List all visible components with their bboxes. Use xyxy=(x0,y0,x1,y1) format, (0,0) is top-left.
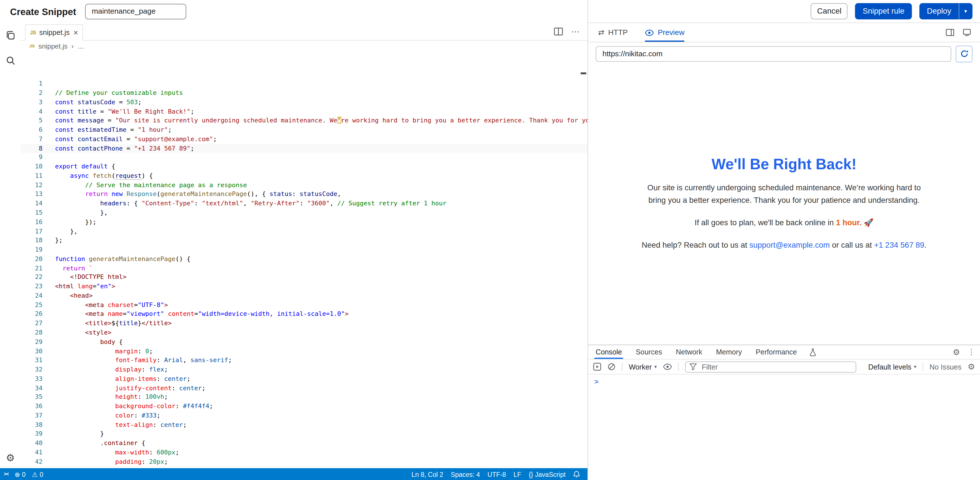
cursor-position[interactable]: Ln 8, Col 2 xyxy=(412,470,443,478)
deploy-button[interactable]: Deploy xyxy=(920,3,959,19)
code-line-4[interactable]: 4const title = "We'll Be Right Back!"; xyxy=(21,107,587,116)
search-icon[interactable] xyxy=(5,55,16,66)
code-line-3[interactable]: 3const statusCode = 503; xyxy=(21,98,587,107)
live-expression-eye-icon[interactable] xyxy=(663,363,672,370)
filter-input[interactable] xyxy=(700,363,852,371)
console-sidebar-icon[interactable] xyxy=(593,363,601,371)
code-line-20[interactable]: 20function generateMaintenancePage() { xyxy=(21,255,587,264)
code-line-33[interactable]: 33 align-items: center; xyxy=(21,374,587,383)
tab-snippet-js[interactable]: JS snippet.js × xyxy=(25,24,83,41)
refresh-button[interactable] xyxy=(956,45,972,62)
phone-link[interactable]: +1 234 567 89 xyxy=(874,241,924,250)
code-line-23[interactable]: 23<html lang="en"> xyxy=(21,282,587,291)
code-line-37[interactable]: 37 color: #333; xyxy=(21,411,587,420)
code-line-29[interactable]: 29 body { xyxy=(21,337,587,347)
devtools-tab-console[interactable]: Console xyxy=(594,345,624,359)
eol-setting[interactable]: LF xyxy=(514,470,521,478)
code-line-7[interactable]: 7const contactEmail = "support@example.c… xyxy=(21,135,587,144)
code-line-17[interactable]: 17 }, xyxy=(21,227,587,236)
notifications-bell-icon[interactable] xyxy=(573,470,580,478)
devtools-settings-gear-icon[interactable]: ⚙ xyxy=(953,348,960,356)
line-content: const estimatedTime = "1 hour"; xyxy=(42,125,172,135)
devtools-tab-memory[interactable]: Memory xyxy=(715,345,743,359)
encoding-setting[interactable]: UTF-8 xyxy=(487,470,506,478)
devtools-tab-sources[interactable]: Sources xyxy=(635,345,663,359)
code-line-22[interactable]: 22 <!DOCTYPE html> xyxy=(21,273,587,282)
console-prompt-chevron[interactable]: > xyxy=(594,378,598,385)
code-line-42[interactable]: 42 padding: 20px; xyxy=(21,457,587,466)
remote-indicator-icon[interactable]: >< xyxy=(4,471,8,477)
code-line-8[interactable]: 8const contactPhone = "+1 234 567 89"; xyxy=(21,144,587,153)
url-input[interactable] xyxy=(595,46,951,62)
clear-console-icon[interactable] xyxy=(608,363,616,371)
code-line-39[interactable]: 39 } xyxy=(21,430,587,439)
code-line-31[interactable]: 31 font-family: Arial, sans-serif; xyxy=(21,356,587,365)
code-line-38[interactable]: 38 text-align: center; xyxy=(21,420,587,429)
code-line-21[interactable]: 21 return ` xyxy=(21,264,587,273)
code-line-14[interactable]: 14 headers: { "Content-Type": "text/html… xyxy=(21,200,587,209)
log-levels-selector[interactable]: Default levels ▾ xyxy=(868,363,916,371)
code-line-24[interactable]: 24 <head> xyxy=(21,291,587,301)
side-panel-icon[interactable] xyxy=(946,29,955,36)
devtools-menu-icon[interactable]: ⋮ xyxy=(967,348,975,356)
snippet-name-input[interactable] xyxy=(85,3,186,19)
code-line-30[interactable]: 30 margin: 0; xyxy=(21,347,587,356)
files-icon[interactable] xyxy=(5,30,16,41)
warnings-indicator[interactable]: ⚠ 0 xyxy=(32,470,43,478)
code-line-34[interactable]: 34 justify-content: center; xyxy=(21,384,587,393)
settings-gear-icon[interactable]: ⚙ xyxy=(6,453,15,463)
cancel-button[interactable]: Cancel xyxy=(811,3,848,19)
line-content: body { xyxy=(42,337,123,347)
code-line-10[interactable]: 10export default { xyxy=(21,162,587,171)
line-content: // Define your customizable inputs xyxy=(42,89,183,98)
tab-http[interactable]: ⇄ HTTP xyxy=(598,23,628,42)
devtools-tab-performance[interactable]: Performance xyxy=(754,345,798,359)
code-line-9[interactable]: 9 xyxy=(21,153,587,162)
maintenance-help: Need help? Reach out to us at support@ex… xyxy=(641,239,926,252)
close-tab-icon[interactable]: × xyxy=(73,29,78,36)
code-line-35[interactable]: 35 height: 100vh; xyxy=(21,393,587,402)
code-line-12[interactable]: 12 // Serve the maintenance page as a re… xyxy=(21,181,587,190)
tab-preview[interactable]: Preview xyxy=(645,23,684,42)
code-line-18[interactable]: 18}; xyxy=(21,236,587,245)
code-line-19[interactable]: 19 xyxy=(21,246,587,255)
language-mode[interactable]: {} JavaScript xyxy=(529,470,566,478)
code-line-32[interactable]: 32 display: flex; xyxy=(21,365,587,374)
code-line-6[interactable]: 6const estimatedTime = "1 hour"; xyxy=(21,125,587,135)
code-line-40[interactable]: 40 .container { xyxy=(21,439,587,448)
deploy-options-button[interactable]: ▾ xyxy=(959,3,972,19)
more-actions-icon[interactable]: ⋯ xyxy=(571,27,580,36)
code-line-25[interactable]: 25 <meta charset="UTF-8"> xyxy=(21,301,587,310)
code-line-16[interactable]: 16 }); xyxy=(21,218,587,227)
split-editor-icon[interactable] xyxy=(554,27,563,35)
eta-highlight: 1 hour. xyxy=(836,219,861,227)
code-line-11[interactable]: 11 async fetch(request) { xyxy=(21,171,587,181)
devtools-tab-network[interactable]: Network xyxy=(675,345,703,359)
breadcrumb-file[interactable]: snippet.js xyxy=(38,42,67,49)
code-line-2[interactable]: 2// Define your customizable inputs xyxy=(21,89,587,98)
breadcrumb-symbol[interactable]: … xyxy=(77,42,84,49)
device-toolbar-icon[interactable] xyxy=(963,29,971,36)
code-line-13[interactable]: 13 return new Response(generateMaintenan… xyxy=(21,190,587,199)
indentation-setting[interactable]: Spaces: 4 xyxy=(451,470,480,478)
snippet-rule-button[interactable]: Snippet rule xyxy=(855,3,912,19)
status-bar-right: Ln 8, Col 2 Spaces: 4 UTF-8 LF {} JavaSc… xyxy=(412,470,580,478)
code-line-27[interactable]: 27 <title>${title}</title> xyxy=(21,319,587,328)
code-line-28[interactable]: 28 <style> xyxy=(21,328,587,337)
performance-insights-flask-icon[interactable] xyxy=(809,345,816,359)
context-selector[interactable]: Worker ▾ xyxy=(629,363,657,371)
code-line-5[interactable]: 5const message = "Our site is currently … xyxy=(21,116,587,125)
code-line-41[interactable]: 41 max-width: 600px; xyxy=(21,448,587,457)
issues-counter[interactable]: No Issues xyxy=(929,363,961,371)
toolbar-divider xyxy=(923,363,923,371)
code-line-26[interactable]: 26 <meta name="viewport" content="width=… xyxy=(21,310,587,319)
console-settings-gear-icon[interactable]: ⚙ xyxy=(968,363,975,371)
code-line-15[interactable]: 15 }, xyxy=(21,209,587,217)
code-area[interactable]: 12// Define your customizable inputs3con… xyxy=(21,52,587,468)
code-line-36[interactable]: 36 background-color: #f4f4f4; xyxy=(21,402,587,411)
support-email-link[interactable]: support@example.com xyxy=(749,241,830,250)
code-line-1[interactable]: 1 xyxy=(21,79,587,89)
console-output[interactable]: > xyxy=(588,375,980,480)
errors-indicator[interactable]: ⊗ 0 xyxy=(14,470,25,478)
line-content: const statusCode = 503; xyxy=(42,98,142,107)
